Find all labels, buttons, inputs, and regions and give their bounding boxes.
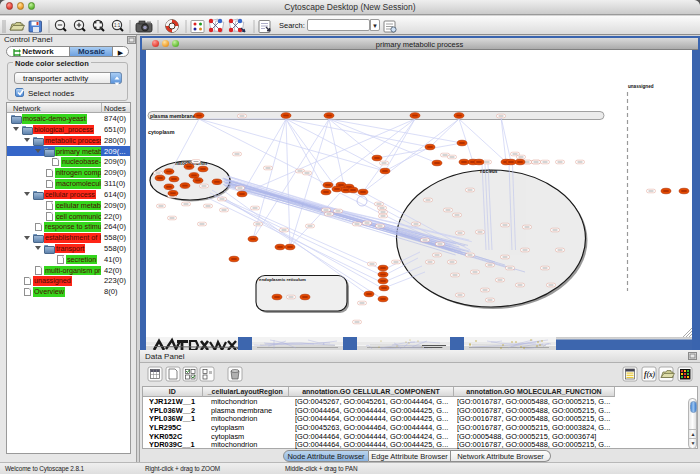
svg-text:unassigned: unassigned bbox=[628, 84, 654, 89]
svg-text:f(x): f(x) bbox=[644, 370, 656, 379]
svg-text:endoplasmic reticulum: endoplasmic reticulum bbox=[259, 277, 306, 282]
svg-text:plasma membrane: plasma membrane bbox=[150, 113, 196, 119]
svg-text:cytoplasm: cytoplasm bbox=[148, 129, 175, 135]
svg-text:1:1: 1:1 bbox=[114, 23, 121, 28]
